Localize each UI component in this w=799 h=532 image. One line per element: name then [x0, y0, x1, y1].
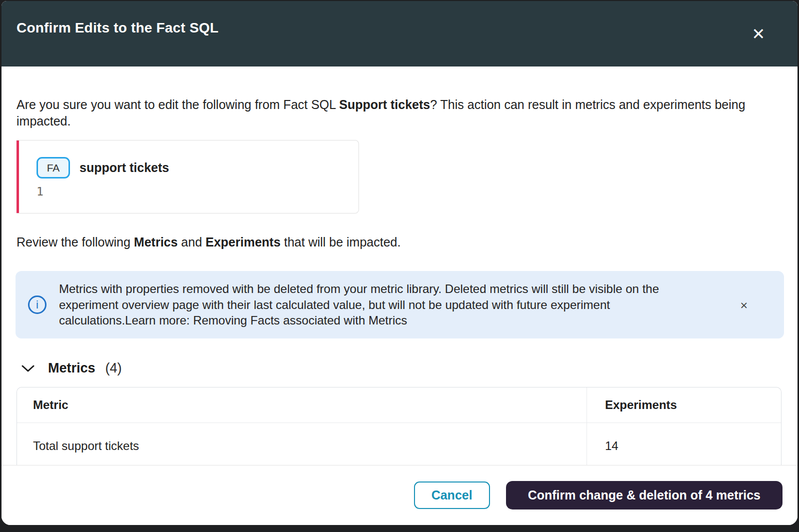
confirm-button[interactable]: Confirm change & deletion of 4 metrics	[506, 481, 782, 510]
info-banner: i Metrics with properties removed with b…	[16, 271, 784, 338]
metrics-count-badge: (4)	[106, 360, 122, 376]
metrics-section-heading: Metrics (4)	[16, 360, 782, 376]
column-header-metric: Metric	[17, 388, 587, 422]
metrics-section-title: Metrics	[48, 360, 96, 376]
fact-card: FA support tickets 1	[16, 140, 359, 214]
close-icon[interactable]: ✕	[748, 24, 768, 44]
confirmation-text-before: Are you sure you want to edit the follow…	[16, 98, 339, 112]
learn-more-prefix: Learn more:	[125, 314, 193, 327]
column-header-experiments: Experiments	[587, 388, 781, 422]
confirm-edits-modal: Confirm Edits to the Fact SQL ✕ Are you …	[2, 1, 798, 525]
metric-name-cell: Total support tickets	[17, 423, 587, 465]
modal-header: Confirm Edits to the Fact SQL ✕	[2, 1, 798, 66]
review-message: Review the following Metrics and Experim…	[16, 235, 782, 250]
review-metrics-word: Metrics	[134, 235, 178, 249]
table-header-row: Metric Experiments	[17, 388, 781, 423]
review-experiments-word: Experiments	[206, 235, 280, 249]
fact-line-number: 1	[36, 185, 169, 198]
info-icon-wrap: i	[16, 296, 59, 314]
info-icon: i	[28, 296, 46, 314]
fact-card-body: FA support tickets 1	[19, 140, 169, 213]
banner-dismiss-icon[interactable]: ×	[704, 299, 784, 311]
info-banner-text: Metrics with properties removed with be …	[59, 281, 704, 328]
review-text-mid: and	[178, 235, 206, 249]
fact-name: support tickets	[80, 160, 169, 175]
table-row: Total support tickets 14	[17, 423, 781, 465]
modal-title: Confirm Edits to the Fact SQL	[16, 20, 218, 36]
modal-content: Are you sure you want to edit the follow…	[2, 66, 798, 465]
modal-footer: Cancel Confirm change & deletion of 4 me…	[2, 465, 798, 525]
cancel-button[interactable]: Cancel	[414, 482, 490, 509]
experiments-count-cell: 14	[587, 423, 781, 465]
review-text-before: Review the following	[16, 235, 134, 249]
fact-badge: FA	[36, 157, 70, 178]
metrics-table: Metric Experiments Total support tickets…	[16, 387, 782, 465]
fact-sql-name: Support tickets	[339, 98, 430, 112]
review-text-after: that will be impacted.	[280, 235, 400, 249]
confirmation-message: Are you sure you want to edit the follow…	[16, 96, 766, 130]
chevron-down-icon[interactable]	[20, 361, 36, 376]
learn-more-link[interactable]: Removing Facts associated with Metrics	[193, 314, 407, 327]
